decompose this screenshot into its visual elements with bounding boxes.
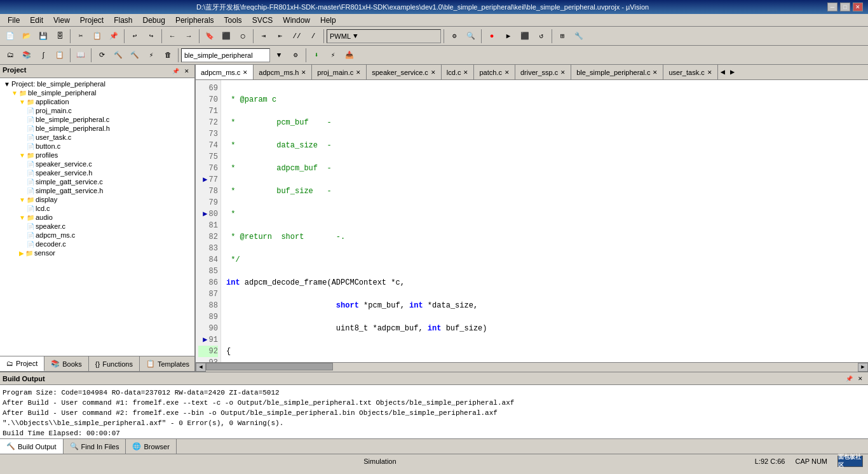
nav-back-button[interactable]: ← xyxy=(165,29,180,44)
run-button[interactable]: ▶ xyxy=(501,29,516,44)
tree-simple-gatt-c[interactable]: 📄 simple_gatt_service.c xyxy=(1,177,193,186)
tab-project[interactable]: 🗂 Project xyxy=(0,356,44,371)
menu-help[interactable]: Help xyxy=(315,15,341,26)
build-tab-output[interactable]: 🔨 Build Output xyxy=(0,439,64,454)
tree-profiles[interactable]: ▼ 📁 profiles xyxy=(1,151,193,159)
flash-button[interactable]: ⚡ xyxy=(325,48,341,63)
project-panel-close[interactable]: ✕ xyxy=(182,66,192,76)
config-button[interactable]: ⚙ xyxy=(288,48,303,63)
editor-tab-speaker-service[interactable]: speaker_service.c ✕ xyxy=(367,65,442,79)
minimize-button[interactable]: ─ xyxy=(827,3,837,11)
books-button[interactable]: 📚 xyxy=(19,48,34,63)
menu-tools[interactable]: Tools xyxy=(219,15,247,26)
tree-project[interactable]: ▼ 📁 ble_simple_peripheral xyxy=(1,88,193,97)
h-scrollbar[interactable]: ◀ ▶ xyxy=(196,362,868,371)
tab-speaker-service-close[interactable]: ✕ xyxy=(431,69,436,76)
build-output-close[interactable]: ✕ xyxy=(855,374,865,384)
nav-fwd-button[interactable]: → xyxy=(181,29,196,44)
tab-adpcm-ms-c-close[interactable]: ✕ xyxy=(243,69,248,76)
menu-view[interactable]: View xyxy=(48,15,75,26)
search-button[interactable]: 🔍 xyxy=(463,29,478,44)
open-file-button[interactable]: 📂 xyxy=(19,29,34,44)
h-scroll-track[interactable] xyxy=(206,363,858,372)
editor-tab-user-task[interactable]: user_task.c ✕ xyxy=(663,65,717,79)
editor-tab-driver-ssp[interactable]: driver_ssp.c ✕ xyxy=(515,65,571,79)
build-button[interactable]: 🔨 xyxy=(111,48,126,63)
enable-bp-button[interactable]: ◯ xyxy=(235,29,250,44)
editor-tab-adpcm-ms-c[interactable]: adpcm_ms.c ✕ xyxy=(196,65,254,79)
comment-button[interactable]: // xyxy=(289,29,304,44)
project-name-input[interactable] xyxy=(181,48,270,62)
tab-scroll-left[interactable]: ◀ xyxy=(718,65,728,79)
tree-sensor[interactable]: ▶ 📁 sensor xyxy=(1,248,193,257)
tab-ble-simple-close[interactable]: ✕ xyxy=(653,69,658,76)
build-tab-browser[interactable]: 🌐 Browser xyxy=(126,439,176,454)
build-tab-find[interactable]: 🔍 Find In Files xyxy=(64,439,126,454)
tab-patch-close[interactable]: ✕ xyxy=(505,69,510,76)
functions-button[interactable]: ∫ xyxy=(36,48,51,63)
menu-flash[interactable]: Flash xyxy=(109,15,137,26)
h-scroll-left[interactable]: ◀ xyxy=(196,363,206,372)
translate-button[interactable]: ⟳ xyxy=(94,48,109,63)
editor-tab-lcd[interactable]: lcd.c ✕ xyxy=(442,65,475,79)
save-button[interactable]: 💾 xyxy=(36,29,51,44)
build-output-pin[interactable]: 📌 xyxy=(844,374,854,384)
windows-button[interactable]: ⊞ xyxy=(555,29,570,44)
h-scroll-thumb[interactable] xyxy=(206,363,333,370)
tree-adpcm-ms[interactable]: 📄 adpcm_ms.c xyxy=(1,231,193,240)
tree-audio[interactable]: ▼ 📁 audio xyxy=(1,213,193,222)
tree-lcd[interactable]: 📄 lcd.c xyxy=(1,204,193,213)
cut-button[interactable]: ✂ xyxy=(73,29,88,44)
tab-templates[interactable]: 📋 Templates xyxy=(140,356,196,371)
save-all-button[interactable]: 🗄 xyxy=(52,29,67,44)
tab-user-task-close[interactable]: ✕ xyxy=(707,69,712,76)
batch-build-button[interactable]: ⚡ xyxy=(144,48,159,63)
menu-svcs[interactable]: SVCS xyxy=(247,15,278,26)
undo-button[interactable]: ↩ xyxy=(127,29,142,44)
h-scroll-right[interactable]: ▶ xyxy=(858,363,868,372)
tree-ble-simple-h[interactable]: 📄 ble_simple_peripheral.h xyxy=(1,124,193,133)
uncomment-button[interactable]: / xyxy=(306,29,321,44)
stop-button[interactable]: ⬛ xyxy=(517,29,532,44)
tab-books[interactable]: 📚 Books xyxy=(44,356,89,371)
project-panel-pin[interactable]: 📌 xyxy=(170,66,180,76)
tab-proj-main-close[interactable]: ✕ xyxy=(356,69,361,76)
dropdown-btn[interactable]: ▼ xyxy=(271,48,287,63)
menu-file[interactable]: File xyxy=(3,15,25,26)
editor-tab-patch[interactable]: patch.c ✕ xyxy=(474,65,515,79)
tree-speaker[interactable]: 📄 speaker.c xyxy=(1,222,193,231)
new-file-button[interactable]: 📄 xyxy=(3,29,18,44)
code-content[interactable]: * @param c * pcm_buf - * data_size - * a… xyxy=(221,80,868,362)
build-output-content[interactable]: Program Size: Code=104984 RO-data=237012… xyxy=(0,385,868,438)
tree-speaker-service-c[interactable]: 📄 speaker_service.c xyxy=(1,159,193,168)
redo-button[interactable]: ↪ xyxy=(144,29,159,44)
editor-tab-adpcm-ms-h[interactable]: adpcm_ms.h ✕ xyxy=(254,65,312,79)
rebuild-button[interactable]: 🔨 xyxy=(127,48,142,63)
tree-ble-simple-c[interactable]: 📄 ble_simple_peripheral.c xyxy=(1,115,193,124)
bookmark-button[interactable]: 🔖 xyxy=(202,29,217,44)
debug-start-button[interactable]: ● xyxy=(484,29,499,44)
menu-peripherals[interactable]: Peripherals xyxy=(170,15,219,26)
close-button[interactable]: ✕ xyxy=(853,3,863,11)
menu-debug[interactable]: Debug xyxy=(138,15,170,26)
tab-scroll-right[interactable]: ▶ xyxy=(728,65,737,79)
tree-application[interactable]: ▼ 📁 application xyxy=(1,97,193,106)
templates-button[interactable]: 📋 xyxy=(52,48,67,63)
tree-button[interactable]: 📄 button.c xyxy=(1,142,193,151)
editor-tab-ble-simple[interactable]: ble_simple_peripheral.c ✕ xyxy=(571,65,663,79)
clean-button[interactable]: 🗑 xyxy=(160,48,175,63)
menu-window[interactable]: Window xyxy=(278,15,315,26)
copy-button[interactable]: 📋 xyxy=(90,29,105,44)
tree-speaker-service-h[interactable]: 📄 speaker_service.h xyxy=(1,168,193,177)
tree-user-task[interactable]: 📄 user_task.c xyxy=(1,133,193,142)
settings-button[interactable]: 🔧 xyxy=(571,29,587,44)
tree-simple-gatt-h[interactable]: 📄 simple_gatt_service.h xyxy=(1,186,193,195)
tree-decoder[interactable]: 📄 decoder.c xyxy=(1,240,193,248)
load-button[interactable]: 📥 xyxy=(342,48,357,63)
menu-project[interactable]: Project xyxy=(75,15,109,26)
editor-tab-proj-main[interactable]: proj_main.c ✕ xyxy=(312,65,367,79)
tab-driver-ssp-close[interactable]: ✕ xyxy=(560,69,566,76)
target-options-button[interactable]: ⚙ xyxy=(447,29,462,44)
breakpoint-button[interactable]: ⬛ xyxy=(219,29,234,44)
download-button[interactable]: ⬇ xyxy=(309,48,324,63)
